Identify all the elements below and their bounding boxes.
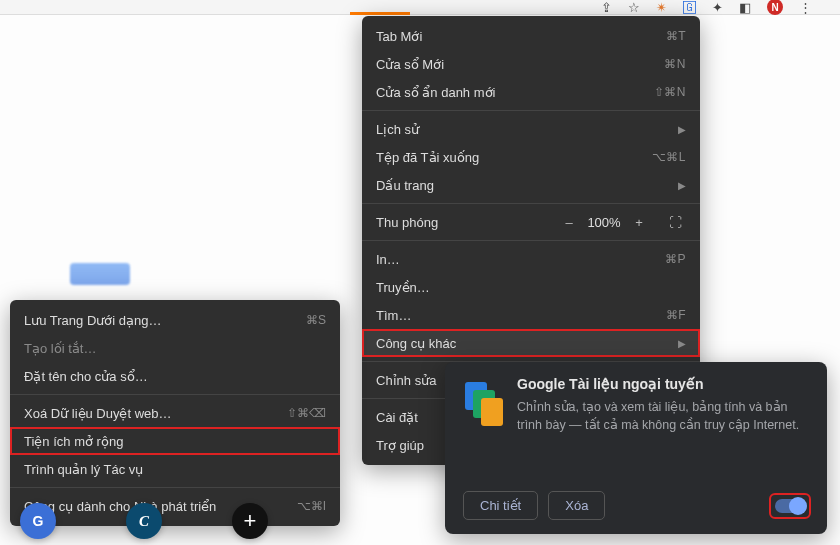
zoom-label: Thu phóng	[376, 215, 558, 230]
menu-cast[interactable]: Truyền…	[362, 273, 700, 301]
menu-item-shortcut: ⌥⌘L	[652, 150, 686, 164]
fullscreen-icon[interactable]: ⛶	[664, 215, 686, 230]
submenu-extensions[interactable]: Tiện ích mở rộng	[10, 427, 340, 455]
profile-avatar[interactable]: N	[767, 0, 783, 15]
puzzle-icon[interactable]: ✦	[712, 0, 723, 15]
kebab-menu-icon[interactable]: ⋮	[799, 0, 812, 15]
extension-description: Chỉnh sửa, tạo và xem tài liệu, bảng tín…	[517, 398, 809, 434]
menu-print[interactable]: In… ⌘P	[362, 245, 700, 273]
menu-item-label: Trình quản lý Tác vụ	[24, 462, 143, 477]
menu-item-label: Xoá Dữ liệu Duyệt web…	[24, 406, 172, 421]
menu-item-label: Tiện ích mở rộng	[24, 434, 123, 449]
submenu-arrow-icon: ▶	[678, 124, 686, 135]
menu-item-label: In…	[376, 252, 400, 267]
extension-card-header: Google Tài liệu ngoại tuyến Chỉnh sửa, t…	[463, 376, 809, 434]
translate-icon[interactable]: 🄶	[683, 0, 696, 15]
menu-bookmarks[interactable]: Dấu trang ▶	[362, 171, 700, 199]
extension-orange-icon[interactable]: ✴	[656, 0, 667, 15]
menu-item-label: Trợ giúp	[376, 438, 424, 453]
submenu-arrow-icon: ▶	[678, 338, 686, 349]
menu-item-shortcut: ⌘F	[666, 308, 686, 322]
submenu-clear-browsing[interactable]: Xoá Dữ liệu Duyệt web… ⇧⌘⌫	[10, 399, 340, 427]
menu-item-label: Truyền…	[376, 280, 430, 295]
details-button[interactable]: Chi tiết	[463, 491, 538, 520]
submenu-name-window[interactable]: Đặt tên cho cửa sổ…	[10, 362, 340, 390]
google-docs-icon	[463, 382, 503, 422]
extension-card: Google Tài liệu ngoại tuyến Chỉnh sửa, t…	[445, 362, 827, 534]
extension-actions: Chi tiết Xóa	[463, 491, 809, 520]
menu-find[interactable]: Tìm… ⌘F	[362, 301, 700, 329]
menu-item-shortcut: ⇧⌘N	[654, 85, 686, 99]
enable-toggle[interactable]	[775, 499, 805, 513]
submenu-task-manager[interactable]: Trình quản lý Tác vụ	[10, 455, 340, 483]
zoom-percent: 100%	[580, 215, 628, 230]
menu-item-label: Cửa sổ ẩn danh mới	[376, 85, 495, 100]
menu-item-shortcut: ⌘S	[306, 313, 326, 327]
menu-item-shortcut: ⌘T	[666, 29, 686, 43]
menu-item-label: Đặt tên cho cửa sổ…	[24, 369, 148, 384]
menu-more-tools[interactable]: Công cụ khác ▶	[362, 329, 700, 357]
toolbar-icon-group: ⇪ ☆ ✴ 🄶 ✦ ◧ N ⋮	[601, 0, 812, 14]
submenu-arrow-icon: ▶	[678, 180, 686, 191]
remove-button[interactable]: Xóa	[548, 491, 605, 520]
menu-item-label: Tab Mới	[376, 29, 422, 44]
menu-item-label: Tạo lối tắt…	[24, 341, 96, 356]
menu-downloads[interactable]: Tệp đã Tải xuống ⌥⌘L	[362, 143, 700, 171]
zoom-in-button[interactable]: +	[628, 215, 650, 230]
menu-item-shortcut: ⇧⌘⌫	[287, 406, 326, 420]
submenu-create-shortcut[interactable]: Tạo lối tắt…	[10, 334, 340, 362]
menu-item-label: Tìm…	[376, 308, 411, 323]
menu-item-label: Tệp đã Tải xuống	[376, 150, 479, 165]
active-tab-underline	[350, 12, 410, 15]
menu-item-shortcut: ⌘P	[665, 252, 686, 266]
menu-item-label: Dấu trang	[376, 178, 434, 193]
menu-separator	[10, 487, 340, 488]
menu-new-tab[interactable]: Tab Mới ⌘T	[362, 22, 700, 50]
toggle-highlight-box	[771, 495, 809, 517]
menu-zoom-row: Thu phóng – 100% + ⛶	[362, 208, 700, 236]
extension-title: Google Tài liệu ngoại tuyến	[517, 376, 809, 392]
submenu-save-as[interactable]: Lưu Trang Dưới dạng… ⌘S	[10, 306, 340, 334]
more-tools-submenu: Lưu Trang Dưới dạng… ⌘S Tạo lối tắt… Đặt…	[10, 300, 340, 526]
star-icon[interactable]: ☆	[628, 0, 640, 15]
menu-new-window[interactable]: Cửa sổ Mới ⌘N	[362, 50, 700, 78]
share-icon[interactable]: ⇪	[601, 0, 612, 15]
menu-separator	[362, 110, 700, 111]
menu-item-shortcut: ⌥⌘I	[297, 499, 326, 513]
menu-separator	[10, 394, 340, 395]
menu-item-shortcut: ⌘N	[664, 57, 686, 71]
partial-background-element	[70, 263, 130, 285]
menu-item-label: Lưu Trang Dưới dạng…	[24, 313, 162, 328]
menu-separator	[362, 240, 700, 241]
browser-toolbar: ⇪ ☆ ✴ 🄶 ✦ ◧ N ⋮	[0, 0, 840, 15]
menu-item-label: Lịch sử	[376, 122, 419, 137]
menu-item-label: Công cụ khác	[376, 336, 456, 351]
menu-history[interactable]: Lịch sử ▶	[362, 115, 700, 143]
add-shortcut-button[interactable]: +	[232, 503, 268, 539]
google-translate-shortcut[interactable]: G	[20, 503, 56, 539]
zoom-out-button[interactable]: –	[558, 215, 580, 230]
shortcut-icons-row: G C +	[20, 503, 268, 539]
menu-new-incognito[interactable]: Cửa sổ ẩn danh mới ⇧⌘N	[362, 78, 700, 106]
menu-item-label: Cửa sổ Mới	[376, 57, 444, 72]
canva-shortcut[interactable]: C	[126, 503, 162, 539]
menu-item-label: Cài đặt	[376, 410, 418, 425]
tabs-icon[interactable]: ◧	[739, 0, 751, 15]
menu-separator	[362, 203, 700, 204]
